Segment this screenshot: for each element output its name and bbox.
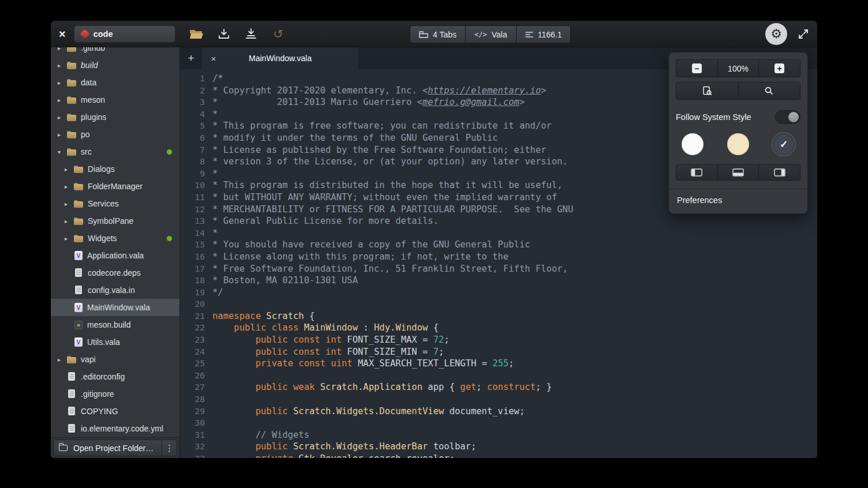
tree-item-src[interactable]: ▾src bbox=[51, 143, 179, 160]
revert-button[interactable]: ↺ bbox=[270, 25, 287, 43]
tree-item-services[interactable]: ▸Services bbox=[51, 195, 179, 212]
chevron-right-icon[interactable]: ▸ bbox=[58, 80, 67, 86]
toggle-right-panel-button[interactable] bbox=[758, 164, 800, 181]
folder-icon bbox=[67, 148, 76, 157]
chevron-right-icon[interactable]: ▸ bbox=[65, 201, 74, 207]
fullscreen-button[interactable] bbox=[798, 28, 809, 40]
line-content: * modify it under the terms of the GNU G… bbox=[212, 132, 498, 144]
tree-item-data[interactable]: ▸data bbox=[51, 74, 179, 91]
follow-system-style-toggle[interactable] bbox=[775, 110, 800, 124]
window-close-button[interactable]: × bbox=[59, 28, 66, 40]
file-icon bbox=[74, 268, 83, 277]
chevron-right-icon[interactable]: ▸ bbox=[58, 47, 67, 51]
tree-item-build[interactable]: ▸build bbox=[51, 57, 179, 74]
vcs-modified-dot bbox=[167, 149, 172, 155]
find-in-file-button[interactable] bbox=[676, 82, 739, 100]
tree-item-codecore-deps[interactable]: codecore.deps bbox=[51, 264, 179, 281]
project-chooser-button[interactable]: code bbox=[74, 25, 175, 43]
tree-item-foldermanager[interactable]: ▸FolderManager bbox=[51, 178, 179, 195]
tree-item-io-elementary-code-yml[interactable]: io.elementary.code.yml bbox=[51, 420, 179, 437]
tab-close-button[interactable]: × bbox=[208, 54, 219, 63]
open-project-folder-button[interactable]: Open Project Folder… bbox=[54, 440, 162, 456]
code-line[interactable]: 26 bbox=[180, 370, 817, 382]
tree-item-application-vala[interactable]: VApplication.vala bbox=[51, 247, 179, 264]
tree-item-meson[interactable]: ▸meson bbox=[51, 91, 179, 108]
code-line[interactable]: 17* Free Software Foundation, Inc., 51 F… bbox=[180, 263, 817, 275]
file-icon bbox=[74, 286, 83, 295]
new-tab-button[interactable]: + bbox=[180, 47, 202, 69]
code-line[interactable]: 28 bbox=[180, 393, 817, 406]
dark-style-button[interactable]: ✓ bbox=[773, 133, 795, 155]
code-line[interactable]: 31 // Widgets bbox=[180, 429, 817, 441]
tree-item-mainwindow-vala[interactable]: VMainWindow.vala bbox=[51, 299, 179, 316]
tree-item-symbolpane[interactable]: ▸SymbolPane bbox=[51, 212, 179, 230]
zoom-in-button[interactable]: + bbox=[758, 59, 800, 77]
tree-item-meson-build[interactable]: »meson.build bbox=[51, 316, 179, 333]
save-button[interactable] bbox=[215, 25, 233, 43]
open-file-button[interactable] bbox=[188, 25, 205, 43]
line-number: 13 bbox=[180, 215, 212, 227]
tabs-overview-button[interactable]: 4 Tabs bbox=[410, 25, 466, 43]
code-line[interactable]: 27 public weak Scratch.Application app {… bbox=[180, 381, 817, 393]
chevron-right-icon[interactable]: ▸ bbox=[58, 114, 67, 121]
light-style-button[interactable] bbox=[682, 133, 704, 155]
code-line[interactable]: 18* Boston, MA 02110-1301 USA bbox=[180, 275, 817, 287]
chevron-right-icon[interactable]: ▸ bbox=[65, 218, 74, 224]
chevron-right-icon[interactable]: ▸ bbox=[65, 235, 74, 242]
tree-item-github[interactable]: ▸.github bbox=[51, 47, 179, 57]
chevron-right-icon[interactable]: ▸ bbox=[65, 166, 74, 172]
language-selector-button[interactable]: </> Vala bbox=[465, 25, 517, 43]
tree-item-editorconfig[interactable]: .editorconfig bbox=[51, 368, 179, 385]
code-line[interactable]: 13* General Public License for more deta… bbox=[180, 215, 817, 227]
tree-item-utils-vala[interactable]: VUtils.vala bbox=[51, 333, 179, 351]
code-line[interactable]: 22 public class MainWindow : Hdy.Window … bbox=[180, 322, 817, 334]
code-line[interactable]: 15* You should have received a copy of t… bbox=[180, 239, 817, 251]
tree-item-plugins[interactable]: ▸plugins bbox=[51, 108, 179, 126]
tree-item-gitignore[interactable]: .gitignore bbox=[51, 385, 179, 403]
code-line[interactable]: 32 public Scratch.Widgets.HeaderBar tool… bbox=[180, 441, 817, 453]
tab-mainwindow-vala[interactable]: × MainWindow.vala bbox=[202, 47, 359, 69]
tree-item-label: vapi bbox=[81, 355, 96, 364]
code-line[interactable]: 30 bbox=[180, 417, 817, 429]
chevron-right-icon[interactable]: ▸ bbox=[58, 62, 67, 69]
tree-item-dialogs[interactable]: ▸Dialogs bbox=[51, 160, 179, 178]
toggle-sidebar-button[interactable] bbox=[676, 164, 718, 181]
chevron-right-icon[interactable]: ▸ bbox=[58, 132, 67, 138]
code-line[interactable]: 21namespace Scratch { bbox=[180, 310, 817, 322]
settings-menu-button[interactable]: ⚙ bbox=[765, 23, 787, 45]
chevron-right-icon[interactable]: ▸ bbox=[58, 97, 67, 103]
tree-item-copying[interactable]: COPYING bbox=[51, 403, 179, 420]
global-search-button[interactable] bbox=[738, 82, 801, 100]
code-line[interactable]: 29 public Scratch.Widgets.DocumentView d… bbox=[180, 406, 817, 418]
project-options-button[interactable]: ⋮ bbox=[162, 440, 177, 456]
line-content: * Free Software Foundation, Inc., 51 Fra… bbox=[212, 263, 568, 275]
code-line[interactable]: 16* License along with this program; if … bbox=[180, 251, 817, 263]
chevron-down-icon[interactable]: ▾ bbox=[58, 149, 67, 155]
chevron-right-icon[interactable]: ▸ bbox=[58, 356, 67, 363]
code-line[interactable]: 14* bbox=[180, 227, 817, 239]
preferences-menu-item[interactable]: Preferences bbox=[676, 189, 800, 211]
zoom-in-icon: + bbox=[775, 63, 784, 73]
save-as-button[interactable] bbox=[242, 25, 260, 43]
tree-item-config-vala-in[interactable]: config.vala.in bbox=[51, 281, 179, 299]
code-line[interactable]: 24 public const int FONT_SIZE_MIN = 7; bbox=[180, 346, 817, 358]
code-line[interactable]: 25 private const uint MAX_SEARCH_TEXT_LE… bbox=[180, 358, 817, 370]
line-content: */ bbox=[212, 287, 223, 299]
code-line[interactable]: 23 public const int FONT_SIZE_MAX = 72; bbox=[180, 334, 817, 346]
code-line[interactable]: 20 bbox=[180, 298, 817, 310]
code-line[interactable]: 19*/ bbox=[180, 287, 817, 299]
line-number: 14 bbox=[180, 227, 212, 239]
goto-line-button[interactable]: 1166.1 bbox=[516, 25, 571, 43]
line-number: 6 bbox=[180, 132, 212, 144]
tree-item-widgets[interactable]: ▸Widgets bbox=[51, 230, 179, 247]
chevron-right-icon[interactable]: ▸ bbox=[65, 183, 74, 190]
line-number: 12 bbox=[180, 204, 212, 216]
line-number: 23 bbox=[180, 334, 212, 346]
check-icon: ✓ bbox=[780, 138, 788, 151]
toggle-bottom-panel-button[interactable] bbox=[717, 164, 760, 181]
sepia-style-button[interactable] bbox=[727, 133, 749, 155]
code-line[interactable]: 33 private Gtk.Revealer search_revealer; bbox=[180, 453, 817, 458]
tree-item-vapi[interactable]: ▸vapi bbox=[51, 351, 179, 368]
zoom-out-button[interactable]: − bbox=[676, 59, 718, 77]
tree-item-po[interactable]: ▸po bbox=[51, 126, 179, 143]
